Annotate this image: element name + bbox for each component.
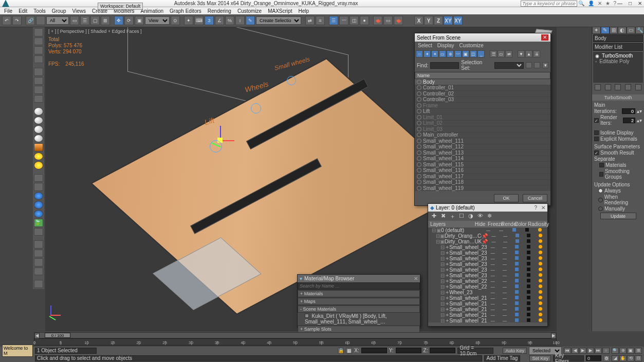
lt-util3-icon[interactable] (34, 258, 43, 266)
menu-edit[interactable]: Edit (19, 8, 27, 14)
filter-groups-icon[interactable]: ▣ (462, 50, 469, 58)
scene-list-item[interactable]: Limit_02 (415, 121, 550, 127)
scene-list-item[interactable]: Small_wheel_112 (415, 144, 550, 150)
layer-row[interactable]: ⊟✦Small_wheel_229—— (428, 278, 547, 284)
dialog-titlebar[interactable]: Select From Scene ✕ (415, 33, 550, 42)
filter-cameras-icon[interactable]: ▭ (439, 50, 446, 58)
layer-row[interactable]: ⊟▣0 (default)—— (428, 227, 547, 233)
lt-cone-icon[interactable] (34, 143, 43, 151)
workspace-dropdown[interactable]: Workspace: Default (98, 3, 143, 10)
layer-row[interactable]: ⊟✦Small_wheel_228—— (428, 284, 547, 290)
layer-row[interactable]: ⊟✦Small_wheel_217—— (428, 301, 547, 307)
scene-list-item[interactable]: Small_wheel_119 (415, 185, 550, 191)
menu-file[interactable]: File (4, 8, 12, 14)
pin-stack-icon[interactable] (595, 84, 601, 90)
constraint-z[interactable]: Z (434, 16, 443, 25)
iterations-spinner[interactable]: 0 (622, 108, 635, 114)
configure-sets-icon[interactable] (635, 84, 641, 90)
show-end-result-icon[interactable] (605, 84, 611, 90)
mirror-button[interactable]: ⇄ (305, 16, 315, 25)
scene-list-item[interactable]: Small_wheel_114 (415, 156, 550, 162)
render-setup-button[interactable]: 🫖 (373, 16, 382, 25)
lt-link-icon[interactable] (34, 77, 43, 85)
select-move-button[interactable]: ✥ (114, 16, 123, 25)
tab-display[interactable]: Display (437, 43, 454, 48)
select-manipulate-button[interactable]: ✦ (184, 16, 193, 25)
lock-selection-icon[interactable]: 🔒 (338, 348, 344, 354)
snap-toggle-3d[interactable]: 3 (205, 16, 214, 25)
pivot-center-button[interactable]: ⊙ (171, 16, 180, 25)
tab-customize[interactable]: Customize (459, 43, 484, 48)
expand-all-icon[interactable]: ▼ (518, 50, 525, 58)
time-slider-track[interactable]: ◀ 0 / 100 ▶ (34, 332, 557, 338)
scene-list-item[interactable]: Small_wheel_113 (415, 150, 550, 156)
fov-icon[interactable]: ◢ (612, 355, 619, 361)
rendered-frame-button[interactable]: ▭ (383, 16, 393, 25)
filter-spacewarps-icon[interactable]: 〰 (454, 50, 462, 58)
pan-icon[interactable]: ✋ (619, 355, 627, 361)
close-button[interactable]: ✕ (638, 1, 642, 6)
add-time-tag[interactable]: Add Time Tag (484, 355, 520, 361)
scene-list-item[interactable]: Main_controller (415, 132, 550, 139)
scene-list-item[interactable]: Small_wheel_117 (415, 174, 550, 180)
filter-geometry-icon[interactable]: ○ (416, 50, 423, 58)
exchange-icon[interactable]: ✕ (598, 1, 602, 6)
set-key-button[interactable]: Set Key (529, 355, 551, 361)
maps-section[interactable]: + Maps (298, 298, 420, 305)
menu-help[interactable]: Help (298, 8, 309, 14)
layer-row[interactable]: ⊟✦Small_wheel_216—— (428, 295, 547, 301)
spinner-snap-button[interactable]: ↕ (235, 16, 245, 25)
scene-list-item[interactable]: Controller_02 (415, 91, 550, 97)
lt-cylinder-icon[interactable] (34, 125, 43, 134)
search-icon[interactable]: 🔍 (578, 1, 584, 6)
lt-leaf-icon[interactable]: 🍃 (34, 219, 43, 227)
sep-materials-checkbox[interactable] (599, 163, 604, 167)
lt-biped-icon[interactable] (34, 228, 43, 236)
constraint-x[interactable]: X (414, 16, 424, 25)
explicit-normals-checkbox[interactable] (594, 137, 599, 141)
infocenter-icons[interactable]: 🔍 👤 ✕ ★ ? (577, 1, 617, 6)
named-selection-set[interactable]: Create Selection S (256, 16, 301, 25)
add-to-layer-icon[interactable]: ＋ (449, 213, 456, 220)
make-unique-icon[interactable] (615, 84, 621, 90)
zoom-extents-icon[interactable]: ▣ (627, 348, 634, 354)
scene-list-item[interactable]: Lift (415, 109, 550, 115)
update-always-radio[interactable] (598, 188, 603, 193)
align-button[interactable]: ≡ (316, 16, 325, 25)
cancel-button[interactable]: Cancel (523, 194, 547, 202)
edit-named-selections-button[interactable]: ✎ (246, 16, 255, 25)
menu-tools[interactable]: Tools (33, 8, 45, 14)
hierarchy-tab-icon[interactable]: ⊞ (610, 27, 618, 34)
object-name-field[interactable] (593, 34, 643, 42)
orbit-icon[interactable]: ⟲ (627, 355, 634, 361)
window-crossing-button[interactable]: ⊞ (101, 16, 110, 25)
percent-snap-button[interactable]: % (225, 16, 234, 25)
lt-shape-icon[interactable] (34, 95, 43, 103)
scene-list-item[interactable]: Small_wheel_118 (415, 180, 550, 186)
filter-lights-icon[interactable]: ✦ (431, 50, 438, 58)
selection-filter[interactable]: All (46, 16, 69, 25)
lt-script-icon[interactable] (34, 280, 43, 288)
modify-tab-icon[interactable]: ✎ (601, 27, 610, 34)
layer-row[interactable]: ⊟✦Small_wheel_230—— (428, 273, 547, 278)
highlight-layer-icon[interactable]: ◑ (467, 213, 474, 220)
select-children-icon[interactable]: ⇊ (533, 50, 540, 58)
lt-list-icon[interactable] (34, 46, 43, 54)
min-max-toggle-icon[interactable]: ⊡ (635, 355, 642, 361)
display-tab-icon[interactable]: ▭ (627, 27, 635, 34)
abs-rel-icon[interactable]: ▦ (346, 348, 352, 354)
minimize-button[interactable]: — (617, 1, 622, 6)
x-coord-input[interactable] (361, 348, 387, 353)
angle-snap-button[interactable]: ∠ (215, 16, 224, 25)
find-input[interactable] (430, 62, 459, 69)
select-rotate-button[interactable]: ⟳ (124, 16, 134, 25)
tab-select[interactable]: Select (418, 43, 432, 48)
constraint-xy[interactable]: XY (444, 16, 453, 25)
selset-more-icon[interactable]: ▾ (542, 62, 548, 68)
selset-remove-icon[interactable] (534, 62, 540, 68)
scene-list-item[interactable]: Controller_03 (415, 97, 550, 103)
render-iters-spinner[interactable]: 2 (623, 118, 635, 123)
layer-row[interactable]: ⊟✦Small_wheel_233—— (428, 256, 547, 261)
filter-invert-icon[interactable]: ⇄ (505, 50, 512, 58)
select-region-button[interactable]: ▢ (90, 16, 100, 25)
